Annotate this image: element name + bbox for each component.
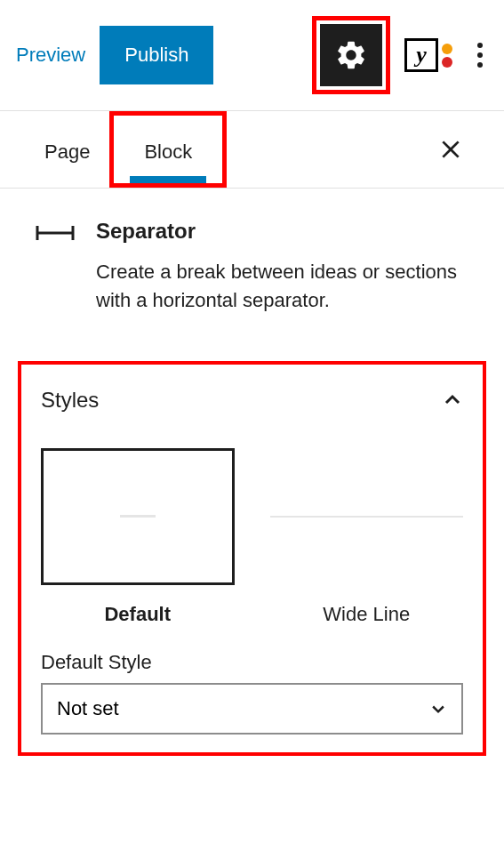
chevron-up-icon [442, 389, 463, 411]
yoast-status-dots [442, 44, 452, 68]
editor-top-bar: Preview Publish y [0, 0, 504, 111]
yoast-button[interactable]: y [404, 38, 452, 72]
style-option-default[interactable]: Default [41, 448, 235, 626]
close-icon [439, 138, 462, 161]
block-tab-highlight: Block [109, 111, 227, 188]
chevron-down-icon [429, 700, 447, 718]
publish-button[interactable]: Publish [100, 26, 213, 84]
tab-block[interactable]: Block [117, 116, 219, 183]
styles-panel-title: Styles [41, 388, 99, 413]
default-style-select[interactable]: Not set [41, 683, 463, 735]
block-title: Separator [96, 219, 468, 244]
style-label-default: Default [104, 603, 171, 626]
style-preview-default [41, 448, 235, 585]
sidebar-tabs: Page Block [0, 111, 504, 189]
more-options-button[interactable] [467, 36, 493, 75]
styles-panel-header[interactable]: Styles [41, 388, 463, 413]
block-info: Separator Create a break between ideas o… [0, 189, 504, 334]
style-options: Default Wide Line [41, 448, 463, 626]
block-description: Create a break between ideas or sections… [96, 258, 468, 315]
separator-icon [36, 219, 75, 315]
yoast-icon: y [404, 38, 438, 72]
style-option-wide-line[interactable]: Wide Line [270, 448, 464, 626]
settings-button[interactable] [320, 24, 382, 86]
gear-icon [334, 38, 368, 72]
styles-panel-highlight: Styles Default Wide Line Default Style N… [18, 361, 486, 756]
settings-highlight [312, 16, 390, 94]
preview-link[interactable]: Preview [16, 44, 85, 67]
close-sidebar-button[interactable] [431, 130, 470, 169]
tab-page[interactable]: Page [25, 116, 109, 183]
style-preview-wide [270, 448, 464, 585]
default-style-value: Not set [57, 697, 119, 720]
default-style-label: Default Style [41, 651, 463, 674]
style-label-wide: Wide Line [323, 603, 410, 626]
